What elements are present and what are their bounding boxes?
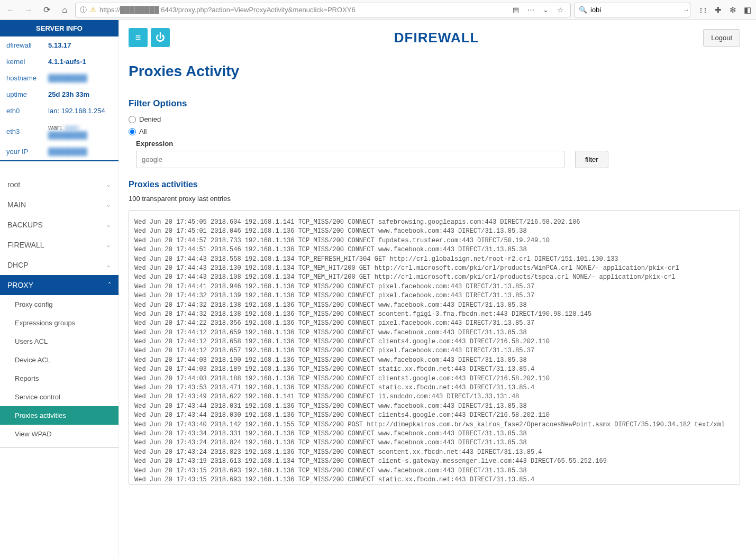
reader-mode-icon[interactable]: ▤ — [510, 6, 522, 14]
menu-toggle-button[interactable]: ≡ — [129, 28, 148, 47]
chevron-down-icon: ⌄ — [106, 221, 111, 228]
filter-options: Filter Options Denied All Expression fil… — [129, 98, 740, 168]
menu-label: PROXY — [7, 281, 33, 289]
sidebar: SERVER INFO dfirewall5.13.17 kernel4.1.1… — [0, 20, 119, 558]
power-button[interactable]: ⏻ — [151, 28, 170, 47]
brand-title: DFIREWALL — [170, 30, 703, 46]
search-go-icon[interactable]: → — [682, 6, 689, 14]
menu-backups[interactable]: BACKUPS⌄ — [0, 215, 119, 235]
submenu-proxies-activities[interactable]: Proxies activities — [0, 406, 119, 425]
pocket-icon[interactable]: ⌄ — [540, 6, 551, 14]
submenu-device-acl[interactable]: Device ACL — [0, 351, 119, 369]
library-icon[interactable]: ⫶⫶ — [698, 5, 708, 15]
logout-button[interactable]: Logout — [703, 29, 740, 47]
info-value: lan: 192.168.1.254 — [43, 103, 117, 118]
info-value: ████████ — [43, 70, 117, 86]
chevron-down-icon: ⌄ — [106, 181, 111, 188]
info-value: 25d 23h 33m — [43, 87, 117, 102]
page-title: Proxies Activity — [129, 63, 740, 80]
topbar: ≡ ⏻ DFIREWALL Logout — [129, 28, 740, 47]
submenu-expressions-groups[interactable]: Expressions groups — [0, 314, 119, 332]
filter-options-title: Filter Options — [129, 98, 740, 109]
radio-label: All — [139, 127, 147, 135]
search-icon: 🔍 — [579, 6, 587, 14]
browser-toolbar: ← → ⟳ ⌂ ⓘ ⚠ https://████████:6443/proxy.… — [0, 0, 756, 20]
main-content: ≡ ⏻ DFIREWALL Logout Proxies Activity Fi… — [119, 20, 756, 558]
submenu-reports[interactable]: Reports — [0, 369, 119, 388]
chevron-down-icon: ⌄ — [106, 261, 111, 269]
divider — [0, 160, 119, 161]
extensions-icon[interactable]: ✚ — [713, 5, 723, 15]
home-icon[interactable]: ⌂ — [57, 3, 72, 17]
search-input[interactable] — [590, 6, 679, 14]
expression-input[interactable] — [136, 151, 564, 168]
radio-label: Denied — [139, 115, 161, 123]
sidebar-toggle-icon[interactable]: ◧ — [742, 5, 753, 15]
sidebar-menu: root⌄ MAIN⌄ BACKUPS⌄ FIREWALL⌄ DHCP⌄ PRO… — [0, 175, 119, 448]
submenu-service-control[interactable]: Service control — [0, 388, 119, 406]
menu-label: root — [7, 180, 20, 189]
menu-label: DHCP — [7, 261, 29, 269]
topbar-left: ≡ ⏻ — [129, 28, 170, 47]
menu-dhcp[interactable]: DHCP⌄ — [0, 255, 119, 275]
menu-root[interactable]: root⌄ — [0, 175, 119, 195]
submenu-view-wpad[interactable]: View WPAD — [0, 425, 119, 443]
expression-label: Expression — [136, 140, 740, 148]
reload-icon[interactable]: ⟳ — [39, 3, 54, 17]
settings-gear-icon[interactable]: ✻ — [727, 5, 738, 15]
info-icon[interactable]: ⓘ — [80, 5, 87, 15]
menu-label: MAIN — [7, 200, 26, 209]
radio-denied-input[interactable] — [129, 116, 136, 123]
browser-right-icons: ⫶⫶ ✚ ✻ ◧ — [694, 5, 753, 15]
info-label: eth3 — [1, 120, 42, 143]
radio-all[interactable]: All — [129, 127, 740, 135]
page-actions-icon[interactable]: ⋯ — [525, 6, 536, 14]
submenu-proxy: Proxy config Expressions groups Users AC… — [0, 295, 119, 443]
log-output: Wed Jun 20 17:45:05 2018.604 192.168.1.1… — [129, 210, 740, 485]
submenu-users-acl[interactable]: Users ACL — [0, 332, 119, 351]
radio-all-input[interactable] — [129, 128, 136, 135]
lock-warning-icon: ⚠ — [90, 6, 96, 14]
expression-row: filter — [136, 151, 740, 168]
info-value: 4.1.1-aufs-1 — [43, 54, 117, 69]
bookmark-star-icon[interactable]: ☆ — [554, 6, 566, 14]
menu-proxy[interactable]: PROXY˄ — [0, 275, 119, 295]
activities-title: Proxies activities — [129, 180, 740, 189]
menu-label: FIREWALL — [7, 241, 44, 249]
info-label: dfirewall — [1, 38, 42, 53]
search-bar[interactable]: 🔍 → — [574, 3, 690, 17]
url-bar[interactable]: ⓘ ⚠ https://████████:6443/proxy.php?acti… — [75, 3, 571, 17]
info-value: wan: wan: ████████ — [43, 120, 117, 143]
entries-count: 100 transparent proxy last entries — [129, 195, 740, 203]
filter-button[interactable]: filter — [575, 151, 608, 168]
info-label: hostname — [1, 70, 42, 86]
url-text: https://████████:6443/proxy.php?action=V… — [99, 6, 507, 14]
forward-icon[interactable]: → — [21, 3, 36, 17]
info-label: eth0 — [1, 103, 42, 118]
divider — [0, 447, 119, 448]
server-info-table: dfirewall5.13.17 kernel4.1.1-aufs-1 host… — [0, 36, 119, 160]
chevron-up-icon: ˄ — [108, 281, 111, 289]
submenu-proxy-config[interactable]: Proxy config — [0, 295, 119, 314]
info-label: your IP — [1, 144, 42, 159]
info-value: 5.13.17 — [43, 38, 117, 53]
back-icon[interactable]: ← — [3, 3, 18, 17]
radio-denied[interactable]: Denied — [129, 115, 740, 123]
menu-label: BACKUPS — [7, 221, 43, 229]
server-info-header: SERVER INFO — [0, 20, 119, 36]
info-label: uptime — [1, 87, 42, 102]
chevron-down-icon: ⌄ — [106, 201, 111, 208]
info-label: kernel — [1, 54, 42, 69]
chevron-down-icon: ⌄ — [106, 241, 111, 249]
menu-main[interactable]: MAIN⌄ — [0, 195, 119, 215]
menu-firewall[interactable]: FIREWALL⌄ — [0, 235, 119, 255]
info-value: ████████ — [43, 144, 117, 159]
